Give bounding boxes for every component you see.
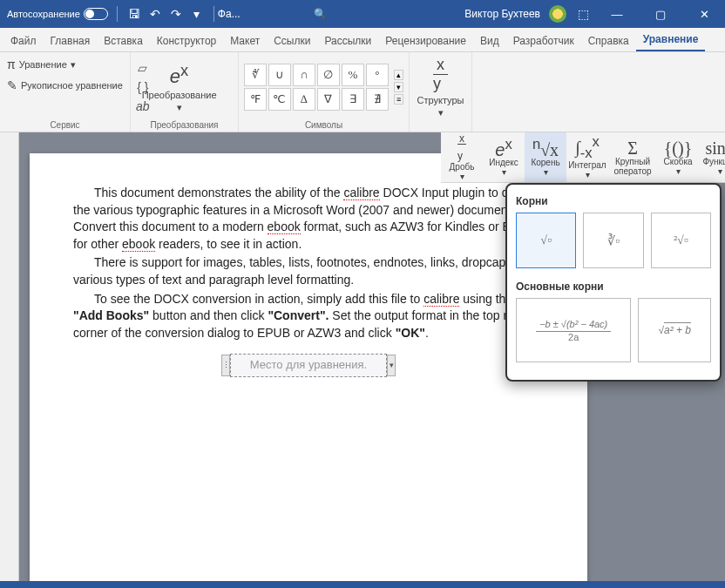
redo-icon[interactable]: ↷ — [168, 6, 184, 22]
template-cube-root[interactable]: ∛▫ — [583, 213, 643, 268]
pen-icon: ✎ — [7, 78, 17, 92]
tab-home[interactable]: Главная — [44, 30, 98, 51]
toggle-switch-icon — [84, 8, 108, 20]
ribbon-tabs: Файл Главная Вставка Конструктор Макет С… — [0, 28, 725, 52]
struct-large-operator[interactable]: Σ Крупный оператор — [608, 132, 657, 182]
tab-view[interactable]: Вид — [473, 30, 506, 51]
autosave-label: Автосохранение — [7, 9, 80, 19]
symbol-cell[interactable]: ∆ — [293, 88, 315, 111]
title-bar: Автосохранение 🖫 ↶ ↷ ▾ Фа... 🔍 Виктор Бу… — [0, 0, 725, 28]
template-quadratic-formula[interactable]: −b ± √(b² − 4ac) 2a — [516, 298, 631, 362]
vertical-ruler — [0, 132, 19, 588]
popup-section-roots: Корни — [516, 195, 715, 207]
fraction-icon: xy — [457, 133, 466, 162]
struct-script[interactable]: ex Индекс▾ — [483, 132, 525, 182]
tab-insert[interactable]: Вставка — [97, 30, 150, 51]
struct-fraction[interactable]: xy Дробь▾ — [441, 132, 483, 182]
save-icon[interactable]: 🖫 — [126, 6, 142, 22]
symbol-scroll-up[interactable]: ▴ — [394, 70, 403, 80]
ex-icon: ex — [170, 61, 188, 88]
symbol-cell[interactable]: ∇ — [317, 88, 340, 111]
symbol-grid: ∜ ∪ ∩ ∅ % ° ℉ ℃ ∆ ∇ ∃ ∄ — [244, 64, 389, 111]
tab-mailings[interactable]: Рассылки — [317, 30, 378, 51]
symbol-expand[interactable]: ≡ — [394, 94, 403, 105]
symbol-scroll-down[interactable]: ▾ — [394, 82, 403, 92]
ribbon-display-icon[interactable]: ⬚ — [575, 6, 591, 22]
ink-equation-label: Рукописное уравнение — [21, 80, 123, 91]
equation-placeholder-text: Место для уравнения. — [250, 358, 367, 371]
symbol-cell[interactable]: % — [342, 64, 364, 86]
struct-radical[interactable]: n√x Корень▾ — [525, 132, 566, 182]
paragraph[interactable]: To see the DOCX conversion in action, si… — [73, 291, 544, 342]
template-pythagorean[interactable]: √a² + b — [638, 298, 711, 362]
ab-icon[interactable]: ab — [136, 99, 150, 113]
symbol-cell[interactable]: ∄ — [366, 88, 389, 111]
maximize-button[interactable]: ▢ — [643, 0, 678, 28]
symbol-cell[interactable]: ∃ — [342, 88, 364, 111]
template-square-root[interactable]: √▫ — [516, 213, 576, 268]
equation-button[interactable]: π Уравнение ▾ — [5, 56, 78, 73]
autosave-toggle[interactable]: Автосохранение — [7, 8, 108, 20]
document-title: Фа... 🔍 — [218, 8, 464, 20]
tab-equation[interactable]: Уравнение — [636, 29, 706, 51]
struct-function[interactable]: sinθ Функция▾ — [699, 132, 725, 182]
equation-handle-left[interactable]: ⋮ — [221, 355, 230, 375]
group-service-label: Сервис — [5, 118, 125, 130]
convert-button-label: Преобразование — [142, 90, 217, 100]
tab-design[interactable]: Конструктор — [150, 30, 223, 51]
radical-icon: n√x — [532, 138, 559, 159]
equation-handle-right[interactable]: ▾ — [387, 355, 396, 375]
struct-integral[interactable]: ∫-xx Интеграл▾ — [566, 132, 608, 182]
minimize-button[interactable]: — — [600, 0, 634, 28]
convert-button[interactable]: ex Преобразование ▾ — [153, 61, 206, 113]
search-icon[interactable]: 🔍 — [314, 8, 327, 20]
chevron-down-icon: ▾ — [438, 107, 444, 118]
struct-bracket[interactable]: {()} Скобка▾ — [657, 132, 699, 182]
user-name[interactable]: Виктор Бухтеев — [464, 8, 540, 20]
tab-references[interactable]: Ссылки — [267, 30, 317, 51]
chevron-down-icon: ▾ — [177, 102, 182, 113]
undo-icon[interactable]: ↶ — [147, 6, 163, 22]
popup-section-common-roots: Основные корни — [516, 280, 715, 293]
symbol-cell[interactable]: ∪ — [268, 64, 291, 86]
sum-icon: Σ — [627, 139, 638, 157]
tab-review[interactable]: Рецензирование — [378, 30, 473, 51]
document-page[interactable]: This document demonstrates the ability o… — [30, 153, 587, 588]
symbol-cell[interactable]: ℃ — [268, 88, 291, 111]
group-symbols-label: Символы — [244, 118, 403, 130]
symbol-cell[interactable]: ∩ — [293, 64, 315, 86]
paragraph[interactable]: There is support for images, tables, lis… — [73, 254, 544, 288]
structures-button[interactable]: xy Структуры ▾ — [415, 56, 466, 118]
symbol-cell[interactable]: ∜ — [244, 64, 267, 86]
equation-button-label: Уравнение — [19, 59, 67, 70]
structures-strip: xy Дробь▾ ex Индекс▾ n√x Корень▾ ∫-xx Ин… — [441, 132, 725, 183]
integral-icon: ∫-xx — [575, 135, 600, 160]
tab-file[interactable]: Файл — [3, 30, 44, 51]
radical-templates-popup: Корни √▫ ∛▫ ²√▫ Основные корни −b ± √(b²… — [505, 183, 722, 382]
chevron-down-icon: ▾ — [71, 59, 76, 71]
fraction-icon: xy — [433, 56, 448, 93]
group-conversions-label: Преобразования — [136, 118, 233, 130]
user-avatar-icon[interactable] — [549, 5, 566, 23]
tab-developer[interactable]: Разработчик — [506, 30, 581, 51]
tab-help[interactable]: Справка — [581, 30, 636, 51]
equation-placeholder[interactable]: ⋮ Место для уравнения. ▾ — [230, 354, 387, 376]
template-nth-root[interactable]: ²√▫ — [651, 213, 711, 268]
status-bar — [0, 581, 725, 588]
function-icon: sinθ — [706, 139, 725, 157]
ribbon: π Уравнение ▾ ✎ Рукописное уравнение Сер… — [0, 52, 725, 132]
ink-equation-button[interactable]: ✎ Рукописное уравнение — [5, 77, 125, 94]
symbol-cell[interactable]: ∅ — [317, 64, 340, 86]
bracket-icon: {()} — [664, 139, 693, 157]
structures-button-label: Структуры — [417, 95, 464, 105]
symbol-cell[interactable]: ° — [366, 64, 389, 86]
paragraph[interactable]: This document demonstrates the ability o… — [73, 185, 544, 253]
tab-layout[interactable]: Макет — [223, 30, 267, 51]
fraction-placeholder-icon[interactable]: ▱ — [138, 61, 147, 75]
customize-qat-icon[interactable]: ▾ — [189, 6, 205, 22]
script-icon: ex — [495, 138, 512, 159]
pi-icon: π — [7, 57, 16, 71]
close-button[interactable]: ✕ — [687, 0, 722, 28]
symbol-cell[interactable]: ℉ — [244, 88, 267, 111]
